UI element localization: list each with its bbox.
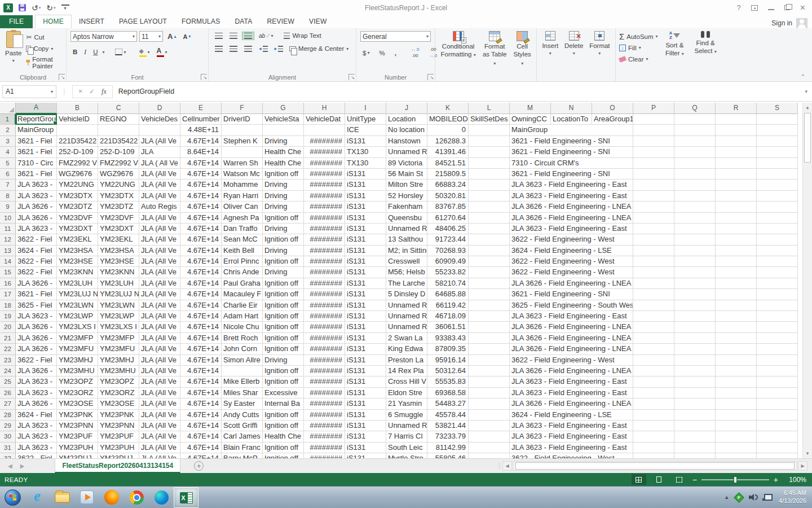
cell-S12[interactable] bbox=[757, 234, 798, 245]
row-header-16[interactable]: 16 bbox=[0, 278, 16, 289]
cell-D22[interactable]: JLA (All Ve bbox=[139, 344, 180, 354]
cell-F9[interactable]: Oliver Can bbox=[222, 202, 263, 212]
cell-L13[interactable] bbox=[469, 246, 510, 256]
cell-J20[interactable]: Unnamed Roa bbox=[386, 322, 427, 332]
copy-button[interactable]: Copy▾ bbox=[24, 44, 64, 53]
cell-R23[interactable] bbox=[716, 355, 757, 366]
cell-L21[interactable] bbox=[469, 333, 510, 344]
clock[interactable]: 6:45 AM 4/13/2026 bbox=[779, 489, 806, 505]
sign-in-link[interactable]: Sign in bbox=[771, 19, 792, 27]
media-player-button[interactable] bbox=[74, 487, 99, 508]
row-header-32[interactable]: 32 bbox=[0, 453, 16, 458]
cell-R14[interactable] bbox=[716, 256, 757, 267]
cell-C29[interactable]: YM23PNN bbox=[98, 421, 139, 431]
cell-P8[interactable] bbox=[633, 191, 674, 202]
cell-H24[interactable]: ######## bbox=[304, 366, 345, 376]
borders-button[interactable]: ▾ bbox=[113, 47, 128, 56]
customize-qat-icon[interactable]: ▾ bbox=[61, 5, 69, 11]
cell-S4[interactable] bbox=[757, 147, 798, 157]
zoom-slider-thumb[interactable] bbox=[734, 476, 737, 483]
cell-A25[interactable]: JLA 3623 - bbox=[16, 376, 57, 387]
cell-F21[interactable]: Brett Roch bbox=[222, 333, 263, 344]
row-header-15[interactable]: 15 bbox=[0, 267, 16, 278]
cell-L5[interactable] bbox=[469, 158, 510, 169]
cell-P21[interactable] bbox=[633, 333, 674, 344]
row-header-18[interactable]: 18 bbox=[0, 300, 16, 311]
cell-M26[interactable]: JLA 3623 - Field Engineering - East bbox=[510, 388, 633, 398]
cell-D9[interactable]: Auto Regis bbox=[139, 202, 180, 212]
cell-F23[interactable]: Simon Allre bbox=[222, 355, 263, 366]
cell-S23[interactable] bbox=[757, 355, 798, 366]
cell-B26[interactable]: YM23ORZ bbox=[57, 388, 98, 398]
cell-L18[interactable] bbox=[469, 300, 510, 311]
column-header-G[interactable]: G bbox=[263, 103, 304, 114]
column-header-O[interactable]: O bbox=[592, 103, 633, 114]
cell-M29[interactable]: JLA 3623 - Field Engineering - East bbox=[510, 421, 633, 431]
format-painter-button[interactable]: Format Painter bbox=[24, 55, 64, 71]
cell-S24[interactable] bbox=[757, 366, 798, 376]
cell-A26[interactable]: JLA 3623 - bbox=[16, 388, 57, 398]
cell-P25[interactable] bbox=[633, 376, 674, 387]
cell-R31[interactable] bbox=[716, 443, 757, 453]
cell-D7[interactable]: JLA (All Ve bbox=[139, 179, 180, 190]
column-header-J[interactable]: J bbox=[386, 103, 427, 114]
tab-page-layout[interactable]: PAGE LAYOUT bbox=[112, 15, 174, 28]
cell-D24[interactable]: JLA (All Ve bbox=[139, 366, 180, 376]
cell-K23[interactable]: 95916.14 bbox=[427, 355, 469, 366]
cell-S8[interactable] bbox=[757, 191, 798, 202]
cell-L27[interactable] bbox=[469, 398, 510, 409]
cell-I24[interactable]: iS131 bbox=[345, 366, 386, 376]
tab-formulas[interactable]: FORMULAS bbox=[174, 15, 227, 28]
cell-G8[interactable]: Driving bbox=[263, 191, 304, 202]
cell-I32[interactable]: iS131 bbox=[345, 453, 386, 458]
excel-taskbar-button[interactable]: X bbox=[174, 487, 198, 508]
cell-R22[interactable] bbox=[716, 344, 757, 354]
cell-Q10[interactable] bbox=[674, 213, 716, 224]
cell-L25[interactable] bbox=[469, 376, 510, 387]
cell-S2[interactable] bbox=[757, 125, 798, 135]
cell-H17[interactable]: ######## bbox=[304, 289, 345, 300]
cell-H1[interactable]: VehicleDat bbox=[304, 114, 345, 125]
find-select-button[interactable]: Find & Select ▾ bbox=[690, 30, 721, 72]
cell-A7[interactable]: JLA 3623 - bbox=[16, 179, 57, 190]
cell-F10[interactable]: Agnesh Pa bbox=[222, 213, 263, 224]
increase-decimal-button[interactable]: ←.0.00 bbox=[409, 46, 422, 60]
cell-L22[interactable] bbox=[469, 344, 510, 354]
cell-L10[interactable] bbox=[469, 213, 510, 224]
row-header-10[interactable]: 10 bbox=[0, 213, 16, 224]
cell-I1[interactable]: UnitType bbox=[345, 114, 386, 125]
cell-H19[interactable]: ######## bbox=[304, 311, 345, 322]
cell-D5[interactable]: JLA ( All Ve bbox=[139, 158, 180, 169]
cell-C13[interactable]: YM23HSA bbox=[98, 246, 139, 256]
tab-home[interactable]: HOME bbox=[35, 15, 72, 28]
cell-S27[interactable] bbox=[757, 398, 798, 409]
cell-L3[interactable] bbox=[469, 136, 510, 147]
cell-M16[interactable]: JLA 3626 - Field Engineering - LNEA bbox=[510, 278, 633, 289]
cell-styles-button[interactable]: Cell Styles ▾ bbox=[510, 30, 534, 72]
cell-C25[interactable]: YM23OPZ bbox=[98, 376, 139, 387]
cell-M32[interactable]: 3622 - Field Engineering - West bbox=[510, 453, 633, 458]
cell-G30[interactable]: Health Che bbox=[263, 431, 304, 442]
cell-I25[interactable]: iS131 bbox=[345, 376, 386, 387]
cell-H4[interactable]: ######## bbox=[304, 147, 345, 157]
cell-L15[interactable] bbox=[469, 267, 510, 278]
cell-A11[interactable]: JLA 3623 - bbox=[16, 224, 57, 234]
cell-S10[interactable] bbox=[757, 213, 798, 224]
cell-K28[interactable]: 45578.44 bbox=[427, 410, 469, 421]
cell-D20[interactable]: JLA (All Ve bbox=[139, 322, 180, 332]
cell-L9[interactable] bbox=[469, 202, 510, 212]
cell-B27[interactable]: YM23OSE bbox=[57, 398, 98, 409]
cell-K11[interactable]: 48406.25 bbox=[427, 224, 469, 234]
cell-C4[interactable]: 252-D-109 bbox=[98, 147, 139, 157]
cell-A1[interactable]: ReportGroupField bbox=[16, 114, 57, 125]
cell-R7[interactable] bbox=[716, 179, 757, 190]
cell-S22[interactable] bbox=[757, 344, 798, 354]
cell-C20[interactable]: YM23LXS I bbox=[98, 322, 139, 332]
cell-J16[interactable]: The Larche bbox=[386, 278, 427, 289]
cell-Q15[interactable] bbox=[674, 267, 716, 278]
cell-E6[interactable]: 4.67E+14 bbox=[180, 169, 222, 179]
cell-M25[interactable]: JLA 3623 - Field Engineering - East bbox=[510, 376, 633, 387]
cell-K13[interactable]: 70268.93 bbox=[427, 246, 469, 256]
column-header-H[interactable]: H bbox=[304, 103, 345, 114]
decrease-indent-button[interactable]: ◂ bbox=[257, 45, 270, 53]
